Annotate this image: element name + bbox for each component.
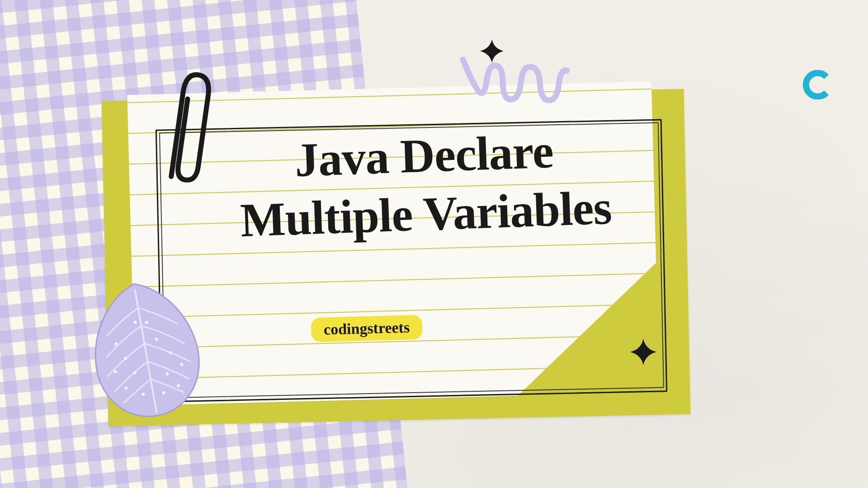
scribble-doodle-icon: [458, 54, 571, 114]
canvas: Java Declare Multiple Variables codingst…: [0, 0, 868, 488]
sparkle-icon: [479, 38, 505, 64]
page-title: Java Declare Multiple Variables: [138, 117, 712, 253]
brand-logo-icon: [802, 70, 832, 99]
sparkle-icon: [629, 338, 657, 366]
subtitle-pill: codingstreets: [311, 315, 422, 342]
subtitle-text: codingstreets: [324, 319, 410, 338]
